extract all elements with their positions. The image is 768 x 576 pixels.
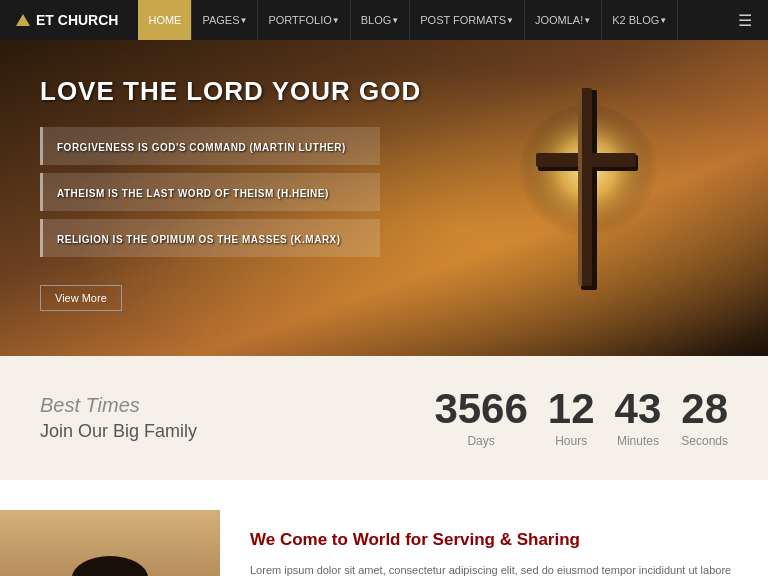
- person-image-container: [0, 510, 220, 576]
- hamburger-icon[interactable]: ☰: [738, 11, 752, 30]
- logo-text: ET CHURCH: [36, 12, 118, 28]
- hero-content: LOVE THE LORD YOUR GOD FORGIVENESS IS GO…: [0, 40, 768, 347]
- hero-quote-2: ATHEISM IS THE LAST WORD OF THEISM (H.He…: [40, 173, 380, 211]
- countdown-numbers: 3566 Days 12 Hours 43 Minutes 28 Seconds: [434, 388, 728, 448]
- nav-post-formats[interactable]: POST FORMATS: [410, 0, 525, 40]
- content-right: We Come to World for Serving & Sharing L…: [220, 510, 768, 576]
- countdown-days: 3566 Days: [434, 388, 527, 448]
- countdown-left: Best Times Join Our Big Family: [40, 394, 197, 442]
- days-label: Days: [434, 434, 527, 448]
- seconds-label: Seconds: [681, 434, 728, 448]
- hours-label: Hours: [548, 434, 595, 448]
- days-value: 3566: [434, 388, 527, 430]
- countdown-seconds: 28 Seconds: [681, 388, 728, 448]
- countdown-heading: Best Times: [40, 394, 197, 417]
- nav-pages[interactable]: PAGES: [192, 0, 258, 40]
- nav-blog[interactable]: BLOG: [351, 0, 411, 40]
- person-silhouette: [0, 510, 220, 576]
- site-logo[interactable]: ET CHURCH: [16, 12, 118, 28]
- content-para1: Lorem ipsum dolor sit amet, consectetur …: [250, 562, 738, 576]
- nav-portfolio[interactable]: PORTFOLIO: [258, 0, 350, 40]
- countdown-hours: 12 Hours: [548, 388, 595, 448]
- minutes-value: 43: [615, 388, 662, 430]
- navbar: ET CHURCH HOME PAGES PORTFOLIO BLOG POST…: [0, 0, 768, 40]
- nav-home[interactable]: HOME: [138, 0, 192, 40]
- seconds-value: 28: [681, 388, 728, 430]
- minutes-label: Minutes: [615, 434, 662, 448]
- hero-title: LOVE THE LORD YOUR GOD: [40, 76, 728, 107]
- hero-quote-3: RELIGION IS THE OPIMUM OS THE MASSES (K.…: [40, 219, 380, 257]
- view-more-button[interactable]: View More: [40, 285, 122, 311]
- countdown-subheading: Join Our Big Family: [40, 421, 197, 442]
- nav-links: HOME PAGES PORTFOLIO BLOG POST FORMATS J…: [138, 0, 738, 40]
- content-title: We Come to World for Serving & Sharing: [250, 530, 738, 550]
- countdown-section: Best Times Join Our Big Family 3566 Days…: [0, 356, 768, 480]
- hero-quote-1: FORGIVENESS IS GOD'S COMMAND (Martin Lut…: [40, 127, 380, 165]
- nav-k2-blog[interactable]: K2 BLOG: [602, 0, 678, 40]
- countdown-minutes: 43 Minutes: [615, 388, 662, 448]
- hero-section: LOVE THE LORD YOUR GOD FORGIVENESS IS GO…: [0, 40, 768, 356]
- logo-icon: [16, 14, 30, 26]
- hours-value: 12: [548, 388, 595, 430]
- content-section: We Come to World for Serving & Sharing L…: [0, 480, 768, 576]
- person-image: [0, 510, 220, 576]
- nav-joomla[interactable]: JOOMLA!: [525, 0, 602, 40]
